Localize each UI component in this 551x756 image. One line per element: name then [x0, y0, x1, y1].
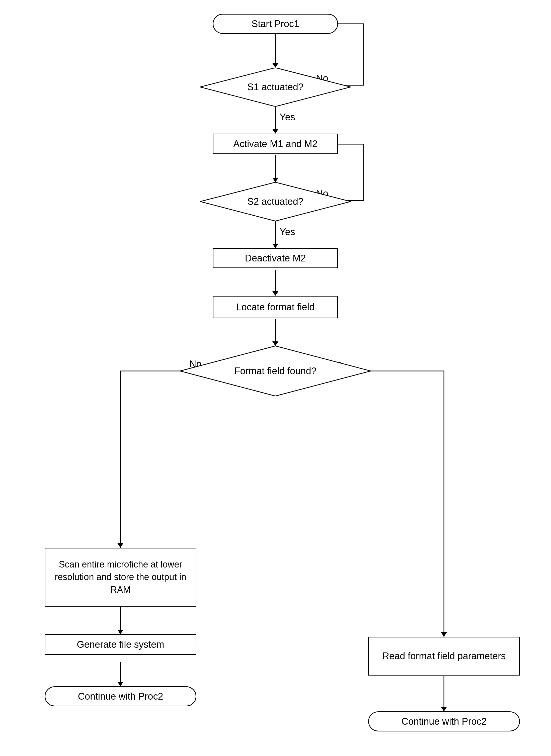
- svg-marker-14: [272, 244, 279, 248]
- activate-label: Activate M1 and M2: [233, 139, 318, 149]
- svg-marker-11: [272, 178, 279, 182]
- start-label: Start Proc1: [251, 19, 299, 29]
- deactivate-label: Deactivate M2: [245, 253, 306, 264]
- s1-label: S1 actuated?: [247, 82, 304, 92]
- s2-diamond-container: S2 actuated?: [200, 182, 351, 221]
- read-format-field: Read format field parameters: [368, 637, 520, 676]
- svg-marker-30: [441, 632, 447, 637]
- deactivate-m2: Deactivate M2: [213, 248, 338, 268]
- generate-file-system: Generate file system: [45, 634, 196, 655]
- continue-proc2-right: Continue with Proc2: [368, 711, 520, 731]
- format-found-label: Format field found?: [234, 366, 316, 376]
- scan-microfiche: Scan entire microfiche at lower resoluti…: [45, 548, 196, 607]
- svg-text:Yes: Yes: [280, 227, 295, 237]
- locate-format-field: Locate format field: [213, 296, 338, 318]
- flowchart: Yes No Yes No: [0, 0, 551, 756]
- start-proc1: Start Proc1: [213, 14, 338, 34]
- svg-text:Yes: Yes: [280, 112, 295, 122]
- activate-m1m2: Activate M1 and M2: [213, 134, 338, 154]
- svg-marker-26: [117, 543, 123, 548]
- svg-marker-3: [272, 129, 279, 134]
- s1-diamond-container: S1 actuated?: [200, 68, 351, 107]
- locate-format-label: Locate format field: [236, 302, 315, 313]
- svg-marker-23: [272, 341, 279, 346]
- svg-marker-37: [441, 707, 447, 711]
- scan-microfiche-label: Scan entire microfiche at lower resoluti…: [50, 558, 190, 596]
- svg-marker-35: [117, 682, 123, 686]
- generate-fs-label: Generate file system: [77, 639, 164, 650]
- svg-marker-21: [272, 291, 279, 296]
- svg-marker-1: [272, 63, 279, 68]
- continue-proc2-left: Continue with Proc2: [45, 686, 196, 706]
- read-format-label: Read format field parameters: [382, 649, 506, 663]
- format-found-diamond-container: Format field found?: [180, 346, 371, 396]
- svg-marker-33: [117, 630, 123, 634]
- continue-proc2-right-label: Continue with Proc2: [401, 716, 487, 727]
- s2-label: S2 actuated?: [247, 196, 304, 207]
- continue-proc2-left-label: Continue with Proc2: [78, 691, 163, 702]
